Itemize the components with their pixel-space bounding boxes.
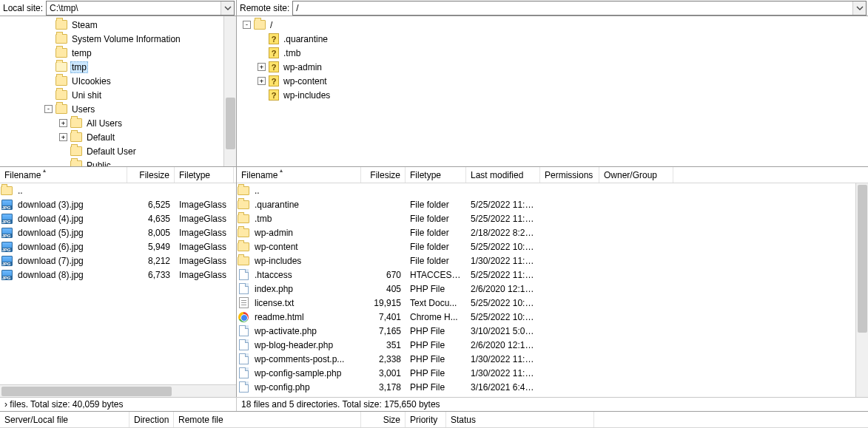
file-row[interactable]: wp-comments-post.p...2,338PHP File1/30/2…	[237, 352, 868, 366]
file-row[interactable]: wp-contentFile folder5/25/2022 10:5...	[237, 240, 868, 254]
file-row[interactable]: download (6).jpg5,949ImageGlass	[0, 240, 236, 254]
filetype-cell: PHP File	[406, 382, 466, 393]
tree-expander	[258, 91, 266, 99]
column-header[interactable]: Last modified	[466, 167, 540, 183]
tree-expander[interactable]: -	[44, 105, 53, 113]
unknown-folder-icon: ?	[269, 61, 279, 72]
tree-node[interactable]: -Users	[3, 102, 236, 116]
scroll-thumb[interactable]	[858, 185, 867, 333]
folder-icon	[238, 186, 249, 195]
tree-node[interactable]: ?.quarantine	[240, 32, 868, 46]
tree-node[interactable]: System Volume Information	[3, 32, 236, 46]
column-header[interactable]: Priority	[406, 412, 446, 427]
tree-node[interactable]: Default User	[3, 144, 236, 158]
tree-node-label: wp-content	[282, 76, 329, 86]
jpg-file-icon	[1, 228, 13, 238]
file-row[interactable]: .htaccess670HTACCESS ...5/25/2022 11:2..…	[237, 268, 868, 282]
column-header[interactable]: Status	[446, 412, 594, 427]
tree-node[interactable]: +All Users	[3, 116, 236, 130]
column-header[interactable]: Direction	[129, 412, 174, 427]
tree-expander[interactable]: -	[243, 21, 251, 29]
filesize-cell: 8,212	[127, 256, 175, 266]
tree-node[interactable]: +?wp-content	[240, 74, 868, 88]
filesize-cell: 7,165	[361, 326, 406, 336]
tree-node[interactable]: ?wp-includes	[240, 88, 868, 102]
filesize-cell: 4,635	[127, 214, 175, 224]
tree-node[interactable]: temp	[3, 46, 236, 60]
tree-node[interactable]: +?wp-admin	[240, 60, 868, 74]
file-row[interactable]: ..	[0, 183, 236, 197]
local-path-input[interactable]	[47, 1, 221, 15]
column-header[interactable]: Size	[361, 412, 406, 427]
local-path-combo[interactable]	[46, 1, 235, 16]
column-header[interactable]: Filesize	[361, 167, 406, 183]
tree-node[interactable]: ?.tmb	[240, 46, 868, 60]
file-row[interactable]: wp-activate.php7,165PHP File3/10/2021 5:…	[237, 324, 868, 338]
tree-expander[interactable]: +	[59, 133, 67, 141]
tree-node[interactable]: -/	[240, 18, 868, 32]
file-row[interactable]: download (4).jpg4,635ImageGlass	[0, 211, 236, 225]
file-row[interactable]: ..	[237, 183, 868, 197]
column-header[interactable]: Filetype	[175, 167, 234, 183]
local-file-rows[interactable]: ..download (3).jpg6,525ImageGlassdownloa…	[0, 183, 236, 384]
local-path-dropdown-button[interactable]	[221, 1, 234, 15]
tree-node[interactable]: UIcookies	[3, 74, 236, 88]
filename-cell: wp-includes	[250, 256, 361, 266]
tree-expander[interactable]: +	[258, 63, 266, 71]
file-row[interactable]: wp-includesFile folder1/30/2022 11:2...	[237, 254, 868, 268]
tree-node[interactable]: Public	[3, 158, 236, 166]
file-row[interactable]: download (8).jpg6,733ImageGlass	[0, 268, 236, 282]
remote-path-input[interactable]	[293, 1, 852, 15]
jpg-file-icon	[1, 242, 13, 252]
tree-node[interactable]: +Default	[3, 130, 236, 144]
file-row[interactable]: download (3).jpg6,525ImageGlass	[0, 197, 236, 211]
file-row[interactable]: .quarantineFile folder5/25/2022 11:0...	[237, 197, 868, 211]
remote-tree-pane[interactable]: -/?.quarantine?.tmb+?wp-admin+?wp-conten…	[237, 16, 868, 166]
file-row[interactable]: wp-adminFile folder2/18/2022 8:26:...	[237, 225, 868, 240]
file-row[interactable]: readme.html7,401Chrome H...5/25/2022 10:…	[237, 310, 868, 324]
column-header[interactable]: Remote file	[174, 412, 361, 427]
column-label: Filename	[4, 170, 41, 180]
column-header[interactable]: Permissions	[540, 167, 599, 183]
tree-node[interactable]: Uni shit	[3, 88, 236, 102]
column-header[interactable]: Filetype	[406, 167, 466, 183]
file-row[interactable]: index.php405PHP File2/6/2020 12:18:...	[237, 282, 868, 296]
remote-file-list: Filename▴FilesizeFiletypeLast modifiedPe…	[237, 167, 868, 397]
filename-cell: ..	[13, 186, 127, 196]
local-tree-pane[interactable]: SteamSystem Volume InformationtemptmpUIc…	[0, 16, 237, 166]
file-row[interactable]: download (5).jpg8,005ImageGlass	[0, 225, 236, 240]
column-header[interactable]: Server/Local file	[0, 412, 129, 427]
file-row[interactable]: download (7).jpg8,212ImageGlass	[0, 254, 236, 268]
scroll-thumb[interactable]	[1, 387, 172, 396]
column-header[interactable]: Owner/Group	[599, 167, 673, 183]
filename-cell: index.php	[250, 284, 361, 294]
column-header[interactable]: Filesize	[127, 167, 175, 183]
remote-status-text: 18 files and 5 directories. Total size: …	[237, 398, 868, 411]
local-horizontal-scrollbar[interactable]	[0, 384, 236, 397]
remote-file-rows[interactable]: ...quarantineFile folder5/25/2022 11:0..…	[237, 183, 868, 397]
local-tree-scrollbar[interactable]	[223, 16, 236, 166]
file-row[interactable]: .tmbFile folder5/25/2022 11:2...	[237, 211, 868, 225]
local-site-label: Local site:	[0, 3, 46, 13]
file-row[interactable]: wp-config.php3,178PHP File3/16/2021 6:49…	[237, 380, 868, 394]
scroll-thumb[interactable]	[226, 98, 235, 149]
tree-node[interactable]: tmp	[3, 60, 236, 74]
tree-expander[interactable]: +	[258, 77, 266, 85]
file-icon	[239, 353, 249, 364]
file-row[interactable]: license.txt19,915Text Docu...5/25/2022 1…	[237, 296, 868, 310]
column-header[interactable]: Filename▴	[0, 167, 127, 183]
tree-expander	[44, 49, 53, 57]
column-header[interactable]: Filename▴	[237, 167, 361, 183]
file-row[interactable]: wp-config-sample.php3,001PHP File1/30/20…	[237, 366, 868, 380]
tree-node[interactable]: Steam	[3, 18, 236, 32]
remote-list-scrollbar[interactable]	[855, 183, 868, 397]
tree-expander[interactable]: +	[59, 119, 67, 127]
filename-cell: .htaccess	[250, 270, 361, 280]
remote-path-combo[interactable]	[292, 1, 867, 16]
file-row[interactable]: wp-blog-header.php351PHP File2/6/2020 12…	[237, 338, 868, 352]
tree-node-label: Default User	[85, 146, 138, 157]
filename-cell: .quarantine	[250, 200, 361, 210]
remote-path-dropdown-button[interactable]	[852, 1, 866, 15]
sort-indicator-icon: ▴	[280, 167, 283, 174]
modified-cell: 2/18/2022 8:26:...	[466, 228, 540, 238]
